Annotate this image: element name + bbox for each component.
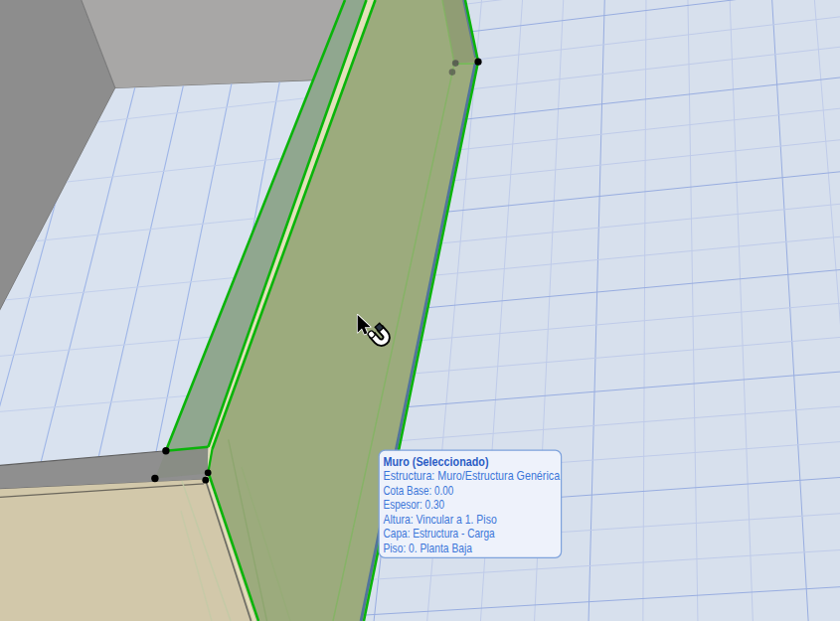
svg-text:Capa: Estructura - Carga: Capa: Estructura - Carga (384, 526, 496, 541)
svg-text:Muro (Seleccionado): Muro (Seleccionado) (384, 454, 489, 469)
svg-text:Espesor: 0.30: Espesor: 0.30 (384, 497, 445, 512)
svg-text:Estructura: Muro/Estructura Ge: Estructura: Muro/Estructura Genérica (384, 468, 561, 483)
svg-text:Cota Base: 0.00: Cota Base: 0.00 (384, 483, 454, 498)
svg-text:Piso: 0. Planta Baja: Piso: 0. Planta Baja (384, 541, 473, 555)
svg-text:Altura: Vincular a 1. Piso: Altura: Vincular a 1. Piso (384, 512, 497, 527)
